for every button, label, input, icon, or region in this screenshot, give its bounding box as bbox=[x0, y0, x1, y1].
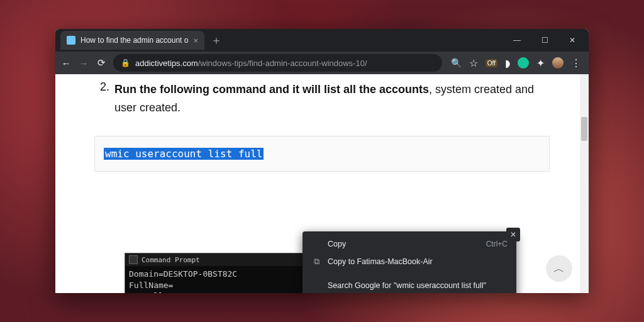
titlebar: How to find the admin account o × ＋ — ☐ … bbox=[55, 29, 589, 52]
close-window-button[interactable]: ✕ bbox=[558, 29, 586, 52]
step-number: 2. bbox=[89, 80, 114, 117]
browser-window: How to find the admin account o × ＋ — ☐ … bbox=[55, 29, 589, 293]
page-content: 2. Run the following command and it will… bbox=[55, 74, 589, 293]
active-tab[interactable]: How to find the admin account o × bbox=[60, 31, 204, 50]
context-menu-close-icon[interactable]: ✕ bbox=[506, 228, 520, 242]
code-block[interactable]: wmic useraccount list full bbox=[94, 136, 550, 172]
maximize-button[interactable]: ☐ bbox=[531, 29, 558, 52]
tab-title: How to find the admin account o bbox=[80, 36, 188, 45]
toolbar: ← → ⟳ 🔒 addictivetips.com/windows-tips/f… bbox=[55, 52, 589, 74]
extension-tag-icon[interactable]: ◗ bbox=[505, 57, 510, 69]
menu-item-copy[interactable]: Copy Ctrl+C bbox=[303, 235, 516, 253]
close-tab-icon[interactable]: × bbox=[193, 36, 198, 45]
minimize-button[interactable]: — bbox=[503, 29, 531, 52]
new-tab-button[interactable]: ＋ bbox=[208, 32, 225, 48]
scrollbar-thumb[interactable] bbox=[581, 117, 587, 141]
selected-code-text[interactable]: wmic useraccount list full bbox=[104, 148, 264, 160]
extension-vpn-icon[interactable]: Off bbox=[486, 59, 497, 67]
reload-button[interactable]: ⟳ bbox=[96, 57, 107, 69]
scroll-to-top-button[interactable]: ︿ bbox=[546, 255, 572, 282]
devices-icon: ⧉ bbox=[311, 257, 321, 267]
back-button[interactable]: ← bbox=[60, 58, 72, 69]
favicon-icon bbox=[67, 36, 75, 45]
menu-item-copy-to-device[interactable]: ⧉ Copy to Fatimas-MacBook-Air bbox=[303, 253, 516, 270]
cmd-title: Command Prompt bbox=[142, 256, 200, 264]
forward-button[interactable]: → bbox=[78, 58, 89, 69]
scrollbar[interactable] bbox=[580, 74, 589, 293]
url-host: addictivetips.com bbox=[135, 58, 198, 68]
chevron-up-icon: ︿ bbox=[553, 261, 565, 276]
url-path: /windows-tips/find-admin-account-windows… bbox=[198, 58, 367, 68]
address-bar[interactable]: 🔒 addictivetips.com/windows-tips/find-ad… bbox=[113, 54, 442, 72]
menu-button[interactable]: ⋮ bbox=[571, 57, 581, 69]
context-menu: ✕ Copy Ctrl+C ⧉ Copy to Fatimas-MacBook-… bbox=[303, 231, 516, 293]
cmd-icon bbox=[129, 255, 138, 264]
extension-grammarly-icon[interactable] bbox=[518, 57, 529, 69]
menu-item-search-google[interactable]: Search Google for "wmic useraccount list… bbox=[303, 277, 516, 293]
lock-icon: 🔒 bbox=[121, 58, 130, 67]
bookmark-icon[interactable]: ☆ bbox=[469, 57, 478, 69]
profile-avatar[interactable] bbox=[552, 57, 564, 69]
zoom-icon[interactable]: 🔍 bbox=[451, 58, 462, 68]
step-text: Run the following command and it will li… bbox=[114, 80, 555, 117]
extensions-button[interactable]: ✦ bbox=[536, 57, 545, 69]
